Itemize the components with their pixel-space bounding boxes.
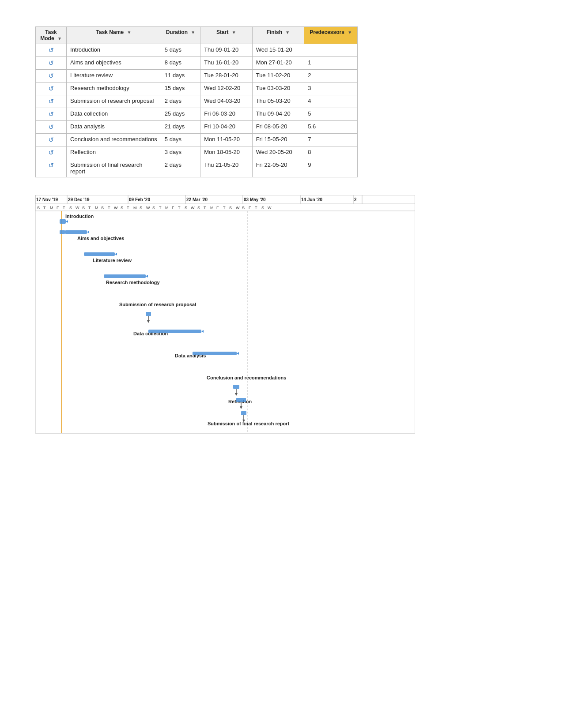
predecessors-cell: 2: [304, 70, 358, 83]
svg-rect-91: [241, 411, 246, 415]
finish-cell: Tue 11-02-20: [252, 70, 304, 83]
task-name-cell: Introduction: [67, 44, 161, 57]
svg-text:W: W: [191, 206, 195, 210]
duration-cell: 15 days: [161, 83, 200, 95]
start-cell: Fri 06-03-20: [200, 108, 253, 121]
gantt-table-section: TaskMode ▼ Task Name ▼ Duration ▼ Start …: [35, 26, 528, 177]
start-cell: Thu 16-01-20: [200, 57, 253, 70]
svg-text:Research methodology: Research methodology: [106, 280, 160, 285]
svg-text:S: S: [242, 206, 245, 210]
svg-text:Introduction: Introduction: [65, 214, 94, 219]
svg-text:T: T: [88, 206, 91, 210]
task-mode-icon: ↻: [48, 98, 54, 105]
start-cell: Thu 09-01-20: [200, 44, 253, 57]
svg-text:S: S: [37, 206, 40, 210]
task-mode-icon: ↻: [48, 136, 54, 144]
svg-rect-87: [236, 398, 246, 402]
task-mode-cell: ↻: [36, 146, 67, 159]
finish-cell: Fri 15-05-20: [252, 134, 304, 146]
svg-text:S: S: [197, 206, 200, 210]
svg-text:T: T: [43, 206, 46, 210]
svg-text:09 Feb '20: 09 Feb '20: [129, 197, 150, 202]
finish-cell: Tue 03-03-20: [252, 83, 304, 95]
task-name-cell: Reflection: [67, 146, 161, 159]
svg-text:M: M: [50, 206, 53, 210]
gantt-chart-section: 17 Nov '19 29 Dec '19 09 Feb '20 22 Mar …: [35, 195, 433, 442]
task-name-cell: Submission of research proposal: [67, 95, 161, 108]
svg-text:S: S: [229, 206, 232, 210]
svg-text:T: T: [63, 206, 65, 210]
svg-text:S: S: [82, 206, 85, 210]
col-arrow-taskmode: ▼: [57, 36, 62, 41]
duration-cell: 8 days: [161, 57, 200, 70]
svg-text:17 Nov '19: 17 Nov '19: [36, 197, 58, 202]
svg-rect-60: [60, 219, 66, 224]
col-arrow-pred: ▼: [348, 30, 352, 35]
svg-text:M: M: [95, 206, 98, 210]
task-mode-icon: ↻: [48, 149, 54, 157]
gantt-table: TaskMode ▼ Task Name ▼ Duration ▼ Start …: [35, 26, 358, 177]
start-cell: Mon 11-05-20: [200, 134, 253, 146]
predecessors-cell: 5,6: [304, 121, 358, 134]
svg-text:S: S: [140, 206, 142, 210]
task-name-cell: Data collection: [67, 108, 161, 121]
col-header-finish[interactable]: Finish ▼: [252, 27, 304, 44]
svg-text:W: W: [76, 206, 79, 210]
finish-cell: Wed 20-05-20: [252, 146, 304, 159]
col-header-predecessors[interactable]: Predecessors ▼: [304, 27, 358, 44]
svg-text:T: T: [108, 206, 110, 210]
col-header-task-mode[interactable]: TaskMode ▼: [36, 27, 67, 44]
svg-text:Submission of final research r: Submission of final research report: [208, 421, 290, 426]
task-mode-cell: ↻: [36, 83, 67, 95]
svg-text:F: F: [57, 206, 59, 210]
finish-cell: Fri 22-05-20: [252, 159, 304, 177]
svg-text:F: F: [172, 206, 174, 210]
svg-rect-0: [35, 195, 415, 442]
task-mode-cell: ↻: [36, 134, 67, 146]
svg-text:S: S: [261, 206, 264, 210]
col-header-duration[interactable]: Duration ▼: [161, 27, 200, 44]
start-cell: Wed 12-02-20: [200, 83, 253, 95]
svg-text:W: W: [146, 206, 150, 210]
predecessors-cell: 9: [304, 159, 358, 177]
start-cell: Mon 18-05-20: [200, 146, 253, 159]
duration-cell: 21 days: [161, 121, 200, 134]
svg-text:S: S: [69, 206, 72, 210]
col-header-task-name[interactable]: Task Name ▼: [67, 27, 161, 44]
svg-text:M: M: [210, 206, 214, 210]
svg-text:T: T: [223, 206, 226, 210]
col-arrow-taskname: ▼: [127, 30, 131, 35]
predecessors-cell: 4: [304, 95, 358, 108]
duration-cell: 2 days: [161, 95, 200, 108]
duration-cell: 5 days: [161, 44, 200, 57]
start-cell: Fri 10-04-20: [200, 121, 253, 134]
task-mode-cell: ↻: [36, 57, 67, 70]
task-name-cell: Submission of final research report: [67, 159, 161, 177]
predecessors-cell: 3: [304, 83, 358, 95]
svg-rect-73: [146, 312, 151, 316]
task-mode-cell: ↻: [36, 44, 67, 57]
task-name-cell: Aims and objectives: [67, 57, 161, 70]
finish-cell: Thu 05-03-20: [252, 95, 304, 108]
svg-text:F: F: [249, 206, 251, 210]
duration-cell: 2 days: [161, 159, 200, 177]
task-mode-cell: ↻: [36, 121, 67, 134]
svg-text:T: T: [159, 206, 162, 210]
svg-text:Submission of research proposa: Submission of research proposal: [119, 302, 196, 307]
finish-cell: Thu 09-04-20: [252, 108, 304, 121]
col-arrow-duration: ▼: [191, 30, 195, 35]
svg-text:T: T: [204, 206, 206, 210]
task-mode-icon: ↻: [48, 59, 54, 67]
svg-rect-83: [233, 385, 239, 389]
svg-text:M: M: [133, 206, 137, 210]
predecessors-cell: 1: [304, 57, 358, 70]
predecessors-cell: 8: [304, 146, 358, 159]
task-mode-cell: ↻: [36, 95, 67, 108]
start-cell: Tue 28-01-20: [200, 70, 253, 83]
svg-rect-77: [148, 330, 201, 333]
col-header-start[interactable]: Start ▼: [200, 27, 253, 44]
task-mode-cell: ↻: [36, 159, 67, 177]
svg-rect-64: [65, 230, 87, 234]
task-name-cell: Conclusion and recommendations: [67, 134, 161, 146]
task-mode-icon: ↻: [48, 85, 54, 93]
